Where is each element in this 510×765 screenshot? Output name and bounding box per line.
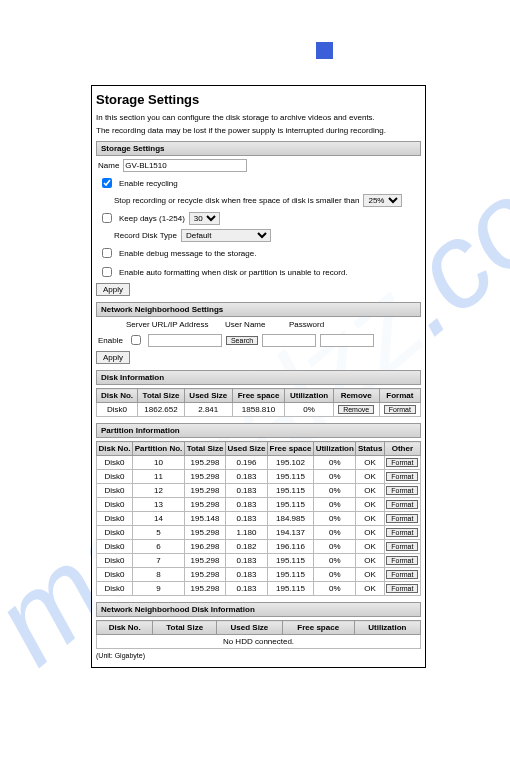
col-header: Free space <box>267 442 313 456</box>
col-header: Used Size <box>225 442 267 456</box>
col-header: Total Size <box>153 621 217 635</box>
section-nn-disk: Network Neighborhood Disk Information <box>96 602 421 617</box>
apply-button-2[interactable]: Apply <box>96 351 130 364</box>
page-title: Storage Settings <box>96 92 421 107</box>
format-button[interactable]: Format <box>386 570 418 579</box>
col-header: Partition No. <box>133 442 185 456</box>
col-header: Disk No. <box>97 389 138 403</box>
table-row: Disk09195.2980.183195.1150%OKFormat <box>97 582 421 596</box>
format-button[interactable]: Format <box>386 528 418 537</box>
col-header: Free space <box>232 389 285 403</box>
debug-checkbox[interactable] <box>102 248 112 258</box>
apply-button-1[interactable]: Apply <box>96 283 130 296</box>
table-row: Disk06196.2980.182196.1160%OKFormat <box>97 540 421 554</box>
autoformat-label: Enable auto formatting when disk or part… <box>119 268 348 277</box>
recycling-checkbox[interactable] <box>102 178 112 188</box>
blue-square-icon <box>316 42 333 59</box>
partition-table: Disk No.Partition No.Total SizeUsed Size… <box>96 441 421 596</box>
format-button[interactable]: Format <box>386 458 418 467</box>
section-partition: Partition Information <box>96 423 421 438</box>
recycling-label: Enable recycling <box>119 179 178 188</box>
col-header: Total Size <box>138 389 185 403</box>
nn-table: Disk No.Total SizeUsed SizeFree spaceUti… <box>96 620 421 649</box>
table-row: Disk08195.2980.183195.1150%OKFormat <box>97 568 421 582</box>
keep-days-label: Keep days (1-254) <box>119 214 185 223</box>
disk-table: Disk No.Total SizeUsed SizeFree spaceUti… <box>96 388 421 417</box>
col-header: Utilization <box>354 621 420 635</box>
server-url-input[interactable] <box>148 334 222 347</box>
password-input[interactable] <box>320 334 374 347</box>
server-url-label: Server URL/IP Address <box>126 320 221 329</box>
search-button[interactable]: Search <box>226 336 258 345</box>
enable-network-checkbox[interactable] <box>131 335 141 345</box>
table-row: Disk014195.1480.183184.9850%OKFormat <box>97 512 421 526</box>
stop-threshold-select[interactable]: 25% <box>363 194 402 207</box>
format-button[interactable]: Format <box>386 542 418 551</box>
name-input[interactable] <box>123 159 247 172</box>
table-row: Disk01862.6522.8411858.8100%RemoveFormat <box>97 403 421 417</box>
name-label: Name <box>98 161 119 170</box>
nn-empty: No HDD connected. <box>97 635 421 649</box>
format-button[interactable]: Format <box>386 584 418 593</box>
username-input[interactable] <box>262 334 316 347</box>
stop-recording-label: Stop recording or recycle disk when free… <box>114 196 359 205</box>
col-header: Used Size <box>217 621 283 635</box>
section-storage: Storage Settings <box>96 141 421 156</box>
table-row: Disk010195.2980.196195.1020%OKFormat <box>97 456 421 470</box>
format-button[interactable]: Format <box>384 405 416 414</box>
table-row: Disk012195.2980.183195.1150%OKFormat <box>97 484 421 498</box>
password-label: Password <box>289 320 324 329</box>
section-disk-info: Disk Information <box>96 370 421 385</box>
col-header: Other <box>384 442 420 456</box>
unit-note: (Unit: Gigabyte) <box>96 652 421 659</box>
keep-days-select[interactable]: 30 <box>189 212 220 225</box>
col-header: Utilization <box>314 442 356 456</box>
intro-1: In this section you can configure the di… <box>96 113 421 122</box>
col-header: Disk No. <box>97 442 133 456</box>
debug-label: Enable debug message to the storage. <box>119 249 256 258</box>
format-button[interactable]: Format <box>386 556 418 565</box>
table-row: Disk07195.2980.183195.1150%OKFormat <box>97 554 421 568</box>
storage-panel: Storage Settings In this section you can… <box>91 85 426 668</box>
section-network: Network Neighborhood Settings <box>96 302 421 317</box>
format-button[interactable]: Format <box>386 500 418 509</box>
format-button[interactable]: Format <box>386 472 418 481</box>
table-row: Disk05195.2981.180194.1370%OKFormat <box>97 526 421 540</box>
col-header: Free space <box>282 621 354 635</box>
col-header: Format <box>379 389 420 403</box>
col-header: Disk No. <box>97 621 153 635</box>
col-header: Utilization <box>285 389 333 403</box>
col-header: Used Size <box>184 389 232 403</box>
record-type-label: Record Disk Type <box>114 231 177 240</box>
col-header: Status <box>356 442 384 456</box>
username-label: User Name <box>225 320 285 329</box>
enable-label: Enable <box>98 336 123 345</box>
format-button[interactable]: Format <box>386 486 418 495</box>
table-row: Disk011195.2980.183195.1150%OKFormat <box>97 470 421 484</box>
col-header: Remove <box>333 389 379 403</box>
remove-button[interactable]: Remove <box>338 405 374 414</box>
record-type-select[interactable]: Default <box>181 229 271 242</box>
table-row: Disk013195.2980.183195.1150%OKFormat <box>97 498 421 512</box>
intro-2: The recording data may be lost if the po… <box>96 126 421 135</box>
keep-days-checkbox[interactable] <box>102 213 112 223</box>
autoformat-checkbox[interactable] <box>102 267 112 277</box>
col-header: Total Size <box>185 442 226 456</box>
format-button[interactable]: Format <box>386 514 418 523</box>
